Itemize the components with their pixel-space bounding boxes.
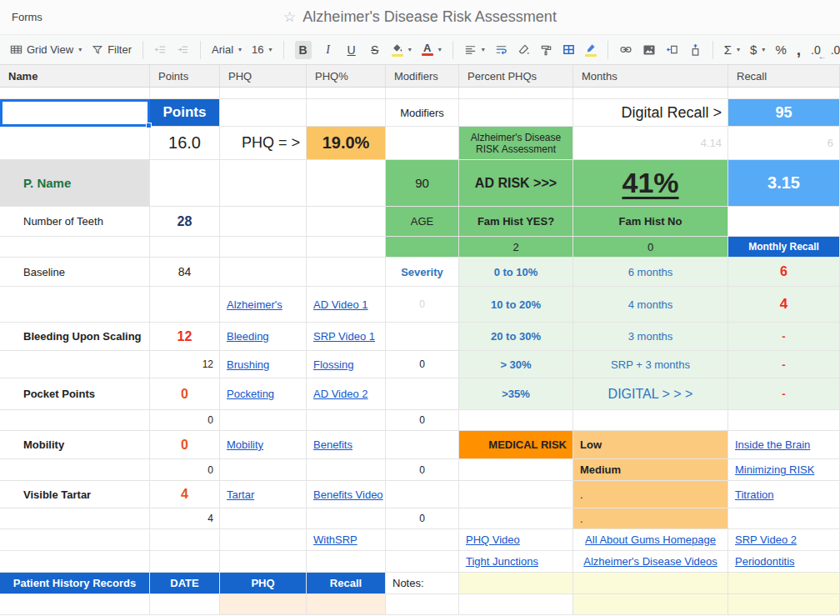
phq-history-header[interactable]: PHQ <box>220 573 307 594</box>
cell-percent-phqs-r19[interactable] <box>459 594 573 615</box>
cell-phq-r15[interactable] <box>220 508 307 529</box>
months-band-1[interactable]: 6 months <box>573 258 728 287</box>
merge-cells-button[interactable] <box>662 40 683 59</box>
months-band-5[interactable]: DIGITAL > > > <box>573 378 728 410</box>
points-header-cell[interactable]: Points <box>150 99 220 127</box>
modifier-90[interactable]: 90 <box>386 160 459 207</box>
cell-phq-r6[interactable] <box>220 258 307 287</box>
cell-phqpct-r4[interactable] <box>307 207 386 237</box>
recall-band-1[interactable]: 6 <box>728 258 840 287</box>
points-total[interactable]: 16.0 <box>150 127 220 160</box>
medical-risk-dot-2[interactable]: . <box>573 508 728 529</box>
cell-percent-phqs-r1[interactable] <box>459 99 573 127</box>
cell-recall-r0[interactable] <box>728 88 840 99</box>
cell-phq-r5[interactable] <box>220 237 307 258</box>
recall-faint-value[interactable]: 6 <box>728 127 840 160</box>
cell-phq-r17[interactable] <box>220 551 307 573</box>
cell-phq-r13[interactable] <box>220 459 307 481</box>
cell-phqpct-r17[interactable] <box>307 551 386 573</box>
link-minimizing-risk[interactable]: Minimizing RISK <box>728 459 840 481</box>
column-header-recall[interactable]: Recall <box>728 65 840 87</box>
highlight-button[interactable] <box>581 40 601 60</box>
grid-view-button[interactable]: Grid View ▾ <box>6 40 86 59</box>
link-titration[interactable]: Titration <box>728 481 840 508</box>
cell-phqpct-r1[interactable] <box>307 99 386 127</box>
cell-phq-r4[interactable] <box>220 207 307 237</box>
italic-button[interactable]: I <box>318 40 339 60</box>
tartar-sub-points[interactable]: 4 <box>150 508 220 529</box>
column-header-phqpct[interactable]: PHQ% <box>307 65 386 87</box>
link-brushing[interactable]: Brushing <box>220 351 307 378</box>
column-header-name[interactable]: Name <box>0 65 150 87</box>
star-icon[interactable]: ☆ <box>283 8 296 26</box>
cell-months-r18[interactable] <box>573 573 728 594</box>
link-flossing[interactable]: Flossing <box>307 351 386 378</box>
cell-recall-r11[interactable] <box>728 410 840 431</box>
column-header-percent-phqs[interactable]: Percent PHQs <box>459 65 573 87</box>
cell-modifiers-r19[interactable] <box>386 594 459 615</box>
digital-recall-value[interactable]: 95 <box>728 99 840 127</box>
row-label-mobility[interactable]: Mobility <box>0 431 150 459</box>
fill-color-button[interactable]: ▾ <box>388 40 416 60</box>
cell-percent-phqs-r14[interactable] <box>459 481 573 508</box>
recall-history-header[interactable]: Recall <box>307 573 386 594</box>
borders-button[interactable] <box>558 40 579 59</box>
months-band-3[interactable]: 3 months <box>573 323 728 351</box>
months-band-4[interactable]: SRP + 3 months <box>573 351 728 378</box>
cell-name-r17[interactable] <box>0 551 150 573</box>
comma-format-button[interactable]: , <box>792 43 805 58</box>
cell-name-r0[interactable] <box>0 88 150 99</box>
filter-button[interactable]: Filter <box>88 40 136 59</box>
cell-recall-r4[interactable] <box>728 207 840 237</box>
underline-button[interactable]: U <box>341 40 362 60</box>
insert-image-button[interactable] <box>638 41 660 59</box>
cell-recall-r15[interactable] <box>728 508 840 529</box>
months-faint-value[interactable]: 4.14 <box>573 127 728 160</box>
cell-name-r7[interactable] <box>0 287 150 323</box>
ad-risk-value[interactable]: 41% <box>573 160 728 207</box>
row-label-visible-tartar[interactable]: Visible Tartar <box>0 481 150 508</box>
cell-percent-phqs-r11[interactable] <box>459 410 573 431</box>
recall-band-5[interactable]: - <box>728 378 840 410</box>
severity-band-1[interactable]: 0 to 10% <box>459 258 573 287</box>
medical-risk-low[interactable]: Low <box>573 431 728 459</box>
clear-format-button[interactable] <box>513 40 534 59</box>
cell-name-r11[interactable] <box>0 410 150 431</box>
wrap-text-button[interactable] <box>491 40 512 59</box>
link-tight-junctions[interactable]: Tight Junctions <box>459 551 573 573</box>
patient-history-header[interactable]: Patient History Records <box>0 573 150 594</box>
baseline-value[interactable]: 84 <box>150 258 220 287</box>
cell-phqpct-r11[interactable] <box>307 410 386 431</box>
insert-cells-button[interactable] <box>685 40 706 60</box>
link-srp-video-2[interactable]: SRP Video 2 <box>728 529 840 551</box>
percent-format-button[interactable]: % <box>771 39 790 60</box>
recall-3-15[interactable]: 3.15 <box>728 160 840 207</box>
cell-phqpct-r6[interactable] <box>307 258 386 287</box>
link-ad-video-1[interactable]: AD Video 1 <box>307 287 386 323</box>
link-ad-video-2[interactable]: AD Video 2 <box>307 378 386 410</box>
link-mobility[interactable]: Mobility <box>220 431 307 459</box>
cell-months-r11[interactable] <box>573 410 728 431</box>
selected-cell[interactable] <box>0 99 150 127</box>
cell-phq-r1[interactable] <box>220 99 307 127</box>
column-header-modifiers[interactable]: Modifiers <box>386 65 459 87</box>
modifier-0-c[interactable]: 0 <box>386 459 459 481</box>
fam-hist-no-label[interactable]: Fam Hist No <box>573 207 728 237</box>
cell-recall-r19[interactable] <box>728 594 840 615</box>
nav-forms[interactable]: Forms <box>12 11 42 23</box>
severity-label[interactable]: Severity <box>386 258 459 287</box>
cell-phq-r16[interactable] <box>220 529 307 551</box>
ad-risk-label[interactable]: AD RISK >>> <box>459 160 573 207</box>
link-withsrp[interactable]: WithSRP <box>307 529 386 551</box>
cell-modifiers-r12[interactable] <box>386 431 459 459</box>
cell-points-r16[interactable] <box>150 529 220 551</box>
mobility-points[interactable]: 0 <box>150 431 220 459</box>
assessment-banner[interactable]: Alzheimer's Disease RISK Assessment <box>459 127 573 160</box>
cell-recall-r18[interactable] <box>728 573 840 594</box>
cell-percent-phqs-r13[interactable] <box>459 459 573 481</box>
format-painter-button[interactable] <box>536 40 557 59</box>
text-color-button[interactable]: A ▾ <box>418 40 446 59</box>
recall-band-4[interactable]: - <box>728 351 840 378</box>
months-band-2[interactable]: 4 months <box>573 287 728 323</box>
severity-band-3[interactable]: 20 to 30% <box>459 323 573 351</box>
